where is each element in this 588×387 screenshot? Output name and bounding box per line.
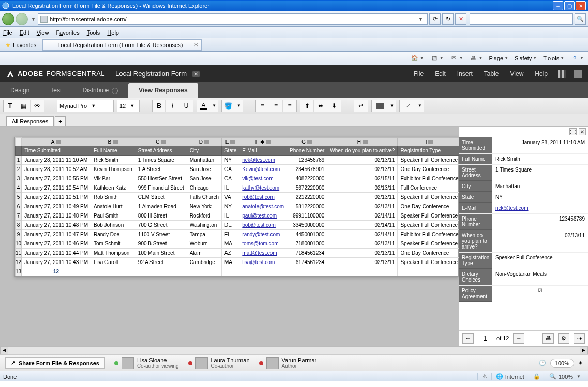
valign-top-button[interactable]: ⬆ <box>300 100 314 112</box>
field-header[interactable]: When do you plan to arrive? <box>327 146 398 156</box>
zoom-status[interactable]: 🔍100%▼ <box>545 373 585 380</box>
table-row[interactable]: 8 January 27, 2011 10:48 PMBob Johnson70… <box>16 221 459 230</box>
cell-format-dropdown[interactable]: ▼ <box>388 100 396 112</box>
window-close-button[interactable]: ✕ <box>576 1 586 10</box>
doc-close-button[interactable]: ✕ <box>192 71 200 77</box>
column-header[interactable]: F ✱ <box>239 138 287 146</box>
table-row[interactable]: 1 January 28, 2011 11:10 AMRick Smith1 T… <box>16 156 459 165</box>
text-color-button[interactable]: A <box>197 100 210 112</box>
collaborator[interactable]: Laura Thurman Co-author <box>188 357 250 369</box>
horizontal-scrollbar[interactable]: ◄► <box>0 346 588 354</box>
address-bar[interactable]: ▼ <box>38 13 428 25</box>
search-input[interactable] <box>470 13 573 25</box>
field-header[interactable]: City <box>187 146 221 156</box>
table-row[interactable]: 7 January 27, 2011 10:48 PMPaul Smith800… <box>16 211 459 221</box>
page-menu[interactable]: Page ▼ <box>489 55 508 61</box>
email-link[interactable]: Kevin@test.com <box>242 166 280 172</box>
collaborator[interactable]: Varun Parmar Author <box>259 357 317 369</box>
email-link[interactable]: matt@test.com <box>242 250 277 256</box>
menu-edit[interactable]: Edit <box>20 29 29 36</box>
font-family-dropdown[interactable]: Myriad Pro▼ <box>57 100 114 112</box>
field-header[interactable]: E-Mail <box>239 146 287 156</box>
app-menu-file[interactable]: File <box>414 70 424 78</box>
column-header[interactable]: G <box>287 138 327 146</box>
column-header[interactable]: D <box>187 138 221 146</box>
tab-test[interactable]: Test <box>40 83 72 98</box>
field-header[interactable]: Full Name <box>91 146 135 156</box>
share-button[interactable]: ↗ Share Form File & Responses <box>5 357 105 369</box>
table-row[interactable]: 9 January 27, 2011 10:47 PMRandy Doe1100… <box>16 230 459 239</box>
tools-menu[interactable]: Tools ▼ <box>543 55 564 61</box>
responses-tab[interactable]: All Responses <box>6 116 54 126</box>
search-button[interactable]: 🔍 <box>575 13 586 25</box>
status-zone[interactable]: 🌐 Internet <box>491 373 529 380</box>
recent-pages-dropdown[interactable]: ▼ <box>31 17 36 22</box>
table-row[interactable]: 3 January 27, 2011 10:55 PMVik Par550 Ho… <box>16 174 459 183</box>
preview-button[interactable]: 👁 <box>31 100 44 112</box>
table-row[interactable]: 4 January 27, 2011 10:54 PMKathleen Katz… <box>16 183 459 193</box>
column-header[interactable]: C <box>135 138 187 146</box>
apps-icon[interactable] <box>558 70 566 78</box>
app-menu-edit[interactable]: Edit <box>435 70 446 78</box>
column-header[interactable]: A <box>22 138 91 146</box>
valign-middle-button[interactable]: ⬌ <box>314 100 327 112</box>
url-dropdown-icon[interactable]: ▼ <box>418 17 423 22</box>
window-minimize-button[interactable]: – <box>553 1 563 10</box>
field-header[interactable]: Phone Number <box>287 146 327 156</box>
tab-view-responses[interactable]: View Responses <box>128 83 198 98</box>
history-icon[interactable]: 🕒 <box>539 360 546 366</box>
email-link[interactable]: rick@test.com <box>242 157 275 163</box>
back-button[interactable] <box>2 13 14 25</box>
window-maximize-button[interactable]: ▢ <box>564 1 575 10</box>
table-mode-button[interactable]: ▦ <box>17 100 31 112</box>
detail-next-button[interactable]: → <box>513 333 524 344</box>
refresh-button[interactable]: ↻ <box>442 13 454 25</box>
app-menu-view[interactable]: View <box>510 70 524 78</box>
underline-button[interactable]: U <box>179 100 193 112</box>
clear-format-button[interactable]: ⟋ <box>400 100 416 112</box>
tab-design[interactable]: Design <box>0 83 40 98</box>
add-tab-button[interactable]: + <box>55 116 65 126</box>
menu-help[interactable]: Help <box>107 29 119 36</box>
detail-close-button[interactable]: ✕ <box>579 128 586 135</box>
column-header[interactable]: E <box>221 138 239 146</box>
compat-view-button[interactable]: ⟳ <box>429 13 441 25</box>
text-color-dropdown[interactable]: ▼ <box>210 100 218 112</box>
field-header[interactable]: State <box>221 146 239 156</box>
stop-button[interactable]: ✕ <box>455 13 466 25</box>
fill-color-button[interactable]: 🪣 <box>222 100 235 112</box>
cell-format-button[interactable] <box>372 100 388 112</box>
table-row[interactable]: 11 January 27, 2011 10:44 PMMatt Thompso… <box>16 249 459 258</box>
field-header[interactable]: Registration Type <box>398 146 459 156</box>
fill-color-dropdown[interactable]: ▼ <box>235 100 243 112</box>
print-button[interactable]: 🖶▼ <box>470 54 483 63</box>
url-input[interactable] <box>50 16 416 22</box>
column-header[interactable]: I <box>398 138 459 146</box>
email-link[interactable]: lisa@test.com <box>242 259 275 265</box>
text-mode-button[interactable]: T <box>4 100 17 112</box>
app-menu-insert[interactable]: Insert <box>457 70 473 78</box>
detail-export-button[interactable]: ⇢ <box>574 333 585 344</box>
tab-close-icon[interactable]: ✕ <box>194 42 198 48</box>
mail-button[interactable]: ✉▼ <box>450 54 463 63</box>
valign-bottom-button[interactable]: ⬇ <box>327 100 341 112</box>
browser-tab[interactable]: Local Registration Form (Form File & Res… <box>42 39 202 51</box>
detail-settings-button[interactable]: ⚙ <box>558 333 569 344</box>
email-link[interactable]: toms@tom.com <box>242 241 278 246</box>
bold-button[interactable]: B <box>153 100 166 112</box>
menu-file[interactable]: FFileile <box>3 29 12 36</box>
italic-button[interactable]: I <box>166 100 179 112</box>
email-link[interactable]: bob@test.com <box>242 222 276 228</box>
tab-distribute[interactable]: Distribute <box>72 83 128 98</box>
table-row[interactable]: 10 January 27, 2011 10:46 PMTom Schmit90… <box>16 239 459 249</box>
column-header[interactable]: H <box>327 138 398 146</box>
protected-mode[interactable]: 🔒 <box>529 373 545 380</box>
email-link[interactable]: anatole@test.com <box>242 204 284 209</box>
email-link[interactable]: paul@test.com <box>242 213 277 219</box>
user-icon[interactable] <box>574 70 582 78</box>
forward-button[interactable] <box>16 13 28 25</box>
email-link[interactable]: randy@test.com <box>242 231 280 237</box>
font-size-dropdown[interactable]: 12▼ <box>117 100 140 112</box>
email-link[interactable]: rob@test.com <box>242 194 274 200</box>
table-row[interactable]: 5 January 27, 2011 10:51 PMRob SmithCEM … <box>16 193 459 202</box>
